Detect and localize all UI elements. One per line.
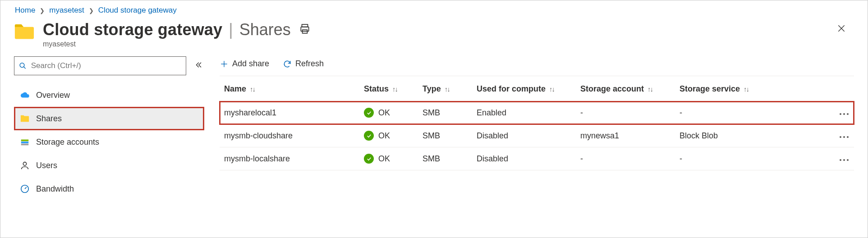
status-ok-icon	[364, 108, 374, 118]
breadcrumb-resource[interactable]: myasetest	[49, 6, 84, 15]
storage-icon	[20, 137, 30, 147]
row-menu-button[interactable]	[831, 124, 854, 147]
title-separator: |	[229, 20, 233, 39]
page-title: Cloud storage gateway	[43, 20, 222, 39]
cell-storage-service: -	[675, 147, 831, 170]
page-subtitle: myasetest	[43, 40, 311, 48]
cell-storage-account: -	[576, 147, 675, 170]
sidebar-item-overview[interactable]: Overview	[14, 83, 204, 107]
svg-point-22	[847, 159, 849, 161]
svg-point-14	[840, 113, 841, 115]
cell-name: mysmb-cloudshare	[220, 124, 359, 147]
svg-rect-7	[21, 140, 29, 142]
refresh-label: Refresh	[295, 59, 324, 69]
gauge-icon	[20, 184, 30, 194]
search-input[interactable]	[30, 61, 181, 71]
add-share-button[interactable]: Add share	[220, 59, 269, 69]
svg-point-20	[840, 159, 841, 161]
svg-point-18	[843, 136, 845, 138]
svg-line-6	[23, 67, 25, 69]
table-row[interactable]: mysmb-cloudshare OK SMB Disabled mynewsa…	[220, 124, 854, 147]
status-ok-icon	[364, 154, 374, 164]
search-icon	[19, 62, 27, 70]
cell-status: OK	[378, 154, 390, 164]
sort-icon: ↑↓	[250, 85, 255, 93]
chevron-right-icon: ❯	[40, 7, 45, 14]
sidebar-item-label: Overview	[36, 91, 70, 100]
cloud-icon	[20, 90, 30, 100]
svg-point-21	[843, 159, 845, 161]
plus-icon	[220, 60, 229, 69]
folder-icon	[14, 23, 35, 41]
add-share-label: Add share	[232, 59, 269, 69]
user-icon	[20, 160, 30, 170]
cell-compute: Disabled	[472, 124, 576, 147]
collapse-sidebar-button[interactable]	[193, 59, 204, 73]
sort-icon: ↑↓	[648, 85, 652, 93]
table-row[interactable]: mysharelocal1 OK SMB Enabled - -	[220, 101, 854, 124]
print-icon[interactable]	[299, 23, 311, 37]
breadcrumb-home[interactable]: Home	[15, 6, 35, 15]
col-header-storage-account[interactable]: Storage account↑↓	[576, 76, 675, 101]
shares-table: Name↑↓ Status↑↓ Type↑↓ Used for compute↑…	[220, 76, 854, 170]
col-header-compute[interactable]: Used for compute↑↓	[472, 76, 576, 101]
cell-storage-account: mynewsa1	[576, 124, 675, 147]
col-header-storage-service[interactable]: Storage service↑↓	[675, 76, 831, 101]
sidebar-item-label: Users	[36, 161, 57, 170]
svg-point-17	[840, 136, 841, 138]
cell-name: mysharelocal1	[220, 101, 359, 124]
cell-status: OK	[378, 131, 390, 141]
col-header-status[interactable]: Status↑↓	[359, 76, 418, 101]
svg-point-15	[843, 113, 845, 115]
cell-type: SMB	[418, 124, 472, 147]
page-section: Shares	[239, 20, 291, 39]
cell-compute: Enabled	[472, 101, 576, 124]
cell-storage-service: -	[675, 101, 831, 124]
folder-icon	[20, 114, 30, 124]
sidebar-item-storage-accounts[interactable]: Storage accounts	[14, 130, 204, 154]
svg-rect-9	[21, 144, 29, 146]
status-ok-icon	[364, 131, 374, 141]
row-menu-button[interactable]	[831, 147, 854, 170]
sidebar-item-label: Bandwidth	[36, 184, 74, 194]
cell-status: OK	[378, 108, 390, 118]
sidebar-item-shares[interactable]: Shares	[14, 107, 204, 130]
sort-icon: ↑↓	[744, 85, 749, 93]
svg-point-5	[20, 63, 24, 68]
sidebar-item-users[interactable]: Users	[14, 154, 204, 177]
cell-type: SMB	[418, 147, 472, 170]
table-row[interactable]: mysmb-localshare OK SMB Disabled - -	[220, 147, 854, 170]
refresh-icon	[283, 60, 292, 69]
col-header-type[interactable]: Type↑↓	[418, 76, 472, 101]
sort-icon: ↑↓	[392, 85, 397, 93]
sidebar-search[interactable]	[14, 56, 186, 75]
sort-icon: ↑↓	[445, 85, 450, 93]
cell-storage-account: -	[576, 101, 675, 124]
cell-storage-service: Block Blob	[675, 124, 831, 147]
svg-point-10	[23, 162, 26, 165]
sort-icon: ↑↓	[549, 85, 554, 93]
svg-point-19	[847, 136, 849, 138]
breadcrumb: Home ❯ myasetest ❯ Cloud storage gateway	[0, 0, 868, 18]
chevron-right-icon: ❯	[89, 7, 94, 14]
refresh-button[interactable]: Refresh	[283, 59, 324, 69]
cell-compute: Disabled	[472, 147, 576, 170]
close-button[interactable]	[833, 20, 850, 37]
svg-point-16	[847, 113, 849, 115]
svg-rect-8	[21, 142, 29, 143]
cell-type: SMB	[418, 101, 472, 124]
breadcrumb-page[interactable]: Cloud storage gateway	[98, 6, 177, 15]
sidebar-item-label: Storage accounts	[36, 137, 99, 147]
sidebar-item-bandwidth[interactable]: Bandwidth	[14, 177, 204, 201]
cell-name: mysmb-localshare	[220, 147, 359, 170]
row-menu-button[interactable]	[831, 101, 854, 124]
col-header-name[interactable]: Name↑↓	[220, 76, 359, 101]
sidebar-item-label: Shares	[36, 114, 62, 124]
